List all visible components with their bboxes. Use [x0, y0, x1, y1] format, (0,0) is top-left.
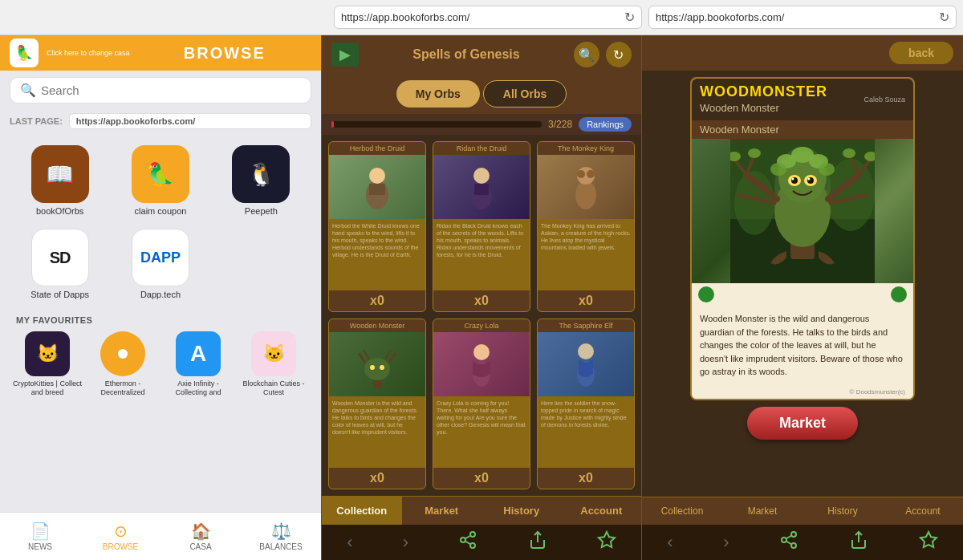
star-icon-right[interactable]	[919, 530, 938, 554]
browser-bar: https://app.bookoforbs.com/ ↻ https://ap…	[0, 0, 963, 35]
right-tab-collection[interactable]: Collection	[642, 497, 722, 525]
card-herbod[interactable]: Herbod the Druid Herbod the White Druid …	[328, 141, 426, 312]
tab-my-orbs[interactable]: My Orbs	[396, 80, 480, 108]
refresh-icon-1[interactable]: ↻	[624, 10, 635, 25]
app-icon-claimcoupon: 🦜	[132, 145, 189, 203]
card-monster[interactable]: Wooden Monster Wooden Monster is the wil…	[328, 319, 426, 489]
back-button[interactable]: back	[889, 42, 953, 64]
svg-line-65	[786, 542, 792, 545]
next-icon-right[interactable]: ›	[723, 532, 729, 553]
top-icons: 🔍 ↻	[574, 42, 632, 67]
market-button[interactable]: Market	[747, 407, 858, 440]
card-count-lola: x0	[433, 468, 530, 489]
click-here-text: Click here to change casa	[47, 49, 130, 58]
svg-point-23	[578, 343, 594, 359]
card-elf[interactable]: The Sapphire Elf Here lies the soldier t…	[537, 319, 635, 489]
card-desc-lola: Crazy Lola is coming for you! There. Wha…	[433, 396, 530, 468]
fav-item-cuties[interactable]: 🐱 Blockchain Cuties - Cutest	[239, 331, 308, 397]
nav-item-casa[interactable]: 🏠 CASA	[160, 513, 241, 560]
rankings-button[interactable]: Rankings	[579, 117, 632, 132]
middle-tab-history[interactable]: History	[482, 497, 562, 525]
middle-tab-account[interactable]: Account	[562, 497, 642, 525]
right-tab-market[interactable]: Market	[722, 497, 802, 525]
prev-icon-right[interactable]: ‹	[667, 532, 672, 553]
svg-rect-7	[474, 184, 489, 195]
refresh-icon-2[interactable]: ↻	[939, 10, 949, 25]
big-card-footer: © Doodsmunster(c)	[692, 385, 913, 399]
fav-label-ethermon: Ethermon - Decentralized	[88, 379, 157, 397]
svg-rect-4	[369, 184, 385, 195]
share1-icon-middle[interactable]	[458, 530, 477, 554]
svg-point-61	[808, 178, 811, 181]
svg-line-27	[465, 542, 471, 545]
middle-tab-market[interactable]: Market	[402, 497, 482, 525]
big-card-title: WOODMONSTER	[700, 83, 827, 100]
search-game-icon[interactable]: 🔍	[574, 42, 599, 67]
card-lola[interactable]: Crazy Lola Crazy Lola is coming for you!…	[433, 319, 530, 489]
star-icon-middle[interactable]	[597, 530, 616, 554]
svg-point-3	[369, 168, 385, 184]
middle-tab-collection[interactable]: Collection	[322, 497, 402, 525]
search-input[interactable]	[41, 83, 301, 97]
fav-icon-ethermon	[100, 331, 145, 376]
browser-url-box-2[interactable]: https://app.bookoforbs.com/ ↻	[648, 6, 957, 29]
svg-point-55	[819, 163, 835, 176]
card-ridan[interactable]: Ridan the Druid Ridan the Black Druid kn…	[433, 141, 530, 312]
card-desc-monster: Wooden Monster is the wild and dangerous…	[329, 396, 425, 468]
fav-icon-cryptokitties: 🐱	[25, 331, 70, 376]
game-title: Spells of Genesis	[412, 47, 519, 62]
fav-item-ethermon[interactable]: Ethermon - Decentralized	[88, 331, 157, 397]
svg-point-54	[770, 163, 786, 176]
last-page-row: LAST PAGE: https://app.bookoforbs.com/	[0, 110, 321, 132]
last-page-label: LAST PAGE:	[10, 116, 63, 126]
refresh-game-icon[interactable]: ↻	[606, 42, 632, 67]
tab-all-orbs[interactable]: All Orbs	[483, 80, 567, 108]
card-title-lola: Crazy Lola	[433, 319, 530, 332]
prev-icon-middle[interactable]: ‹	[347, 532, 352, 553]
card-image-monkey	[538, 155, 634, 219]
svg-point-63	[782, 538, 786, 542]
right-tab-account[interactable]: Account	[883, 497, 963, 525]
next-icon-middle[interactable]: ›	[403, 532, 408, 553]
svg-point-49	[843, 148, 855, 158]
app-item-statedapps[interactable]: SD State of Dapps	[16, 229, 104, 299]
fav-item-cryptokitties[interactable]: 🐱 CryptoKitties | Collect and breed	[13, 331, 82, 397]
nav-item-balances[interactable]: ⚖️ BALANCES	[241, 513, 321, 560]
progress-text: 3/228	[548, 119, 572, 130]
app-item-dapp[interactable]: DAPP Dapp.tech	[116, 229, 204, 299]
app-item-claimcoupon[interactable]: 🦜 claim coupon	[116, 145, 204, 216]
svg-marker-30	[599, 532, 615, 547]
bottom-nav-left: 📄 NEWS ⊙ BROWSE 🏠 CASA ⚖️ BALANCES	[0, 512, 321, 560]
nav-item-browse[interactable]: ⊙ BROWSE	[80, 513, 160, 560]
app-item-bookoforbsp[interactable]: 📖 bookOfOrbs	[16, 145, 104, 216]
card-image-herbod	[329, 155, 425, 219]
fav-label-cryptokitties: CryptoKitties | Collect and breed	[13, 379, 82, 397]
svg-point-10	[577, 170, 585, 178]
app-icon-bookoforbs: 📖	[31, 145, 89, 203]
casa-nav-icon: 🏠	[191, 521, 211, 541]
sd-logo-text: SD	[50, 249, 71, 267]
share1-icon-right[interactable]	[779, 530, 798, 554]
browser-url-box-1[interactable]: https://app.bookoforbs.com/ ↻	[334, 6, 642, 29]
app-label-statedapps: State of Dapps	[30, 290, 89, 299]
fav-icon-cuties: 🐱	[251, 331, 296, 376]
share2-icon-middle[interactable]	[528, 530, 547, 554]
favourites-label: MY FAVOURITES	[0, 312, 321, 331]
right-top-bar: back	[642, 35, 963, 71]
big-card-artist: Caleb Souza	[863, 95, 905, 103]
card-count-monkey: x0	[538, 290, 634, 311]
play-button[interactable]: ▶	[331, 43, 359, 67]
last-page-url: https://app.bookoforbs.com/	[69, 113, 311, 129]
card-monkey[interactable]: The Monkey King The Monkey King has arri…	[537, 141, 635, 312]
fav-label-cuties: Blockchain Cuties - Cutest	[239, 379, 308, 397]
nav-item-news[interactable]: 📄 NEWS	[0, 513, 80, 560]
svg-point-26	[470, 543, 475, 548]
right-tab-history[interactable]: History	[802, 497, 883, 525]
app-item-peepeth[interactable]: 🐧 Peepeth	[217, 145, 305, 216]
casa-logo: 🦜	[10, 39, 39, 67]
svg-point-8	[575, 181, 596, 209]
card-title-herbod: Herbod the Druid	[329, 142, 425, 155]
search-bar[interactable]: 🔍	[10, 77, 311, 103]
share2-icon-right[interactable]	[849, 530, 868, 554]
fav-item-axie[interactable]: A Axie Infinity - Collecting and	[164, 331, 233, 397]
